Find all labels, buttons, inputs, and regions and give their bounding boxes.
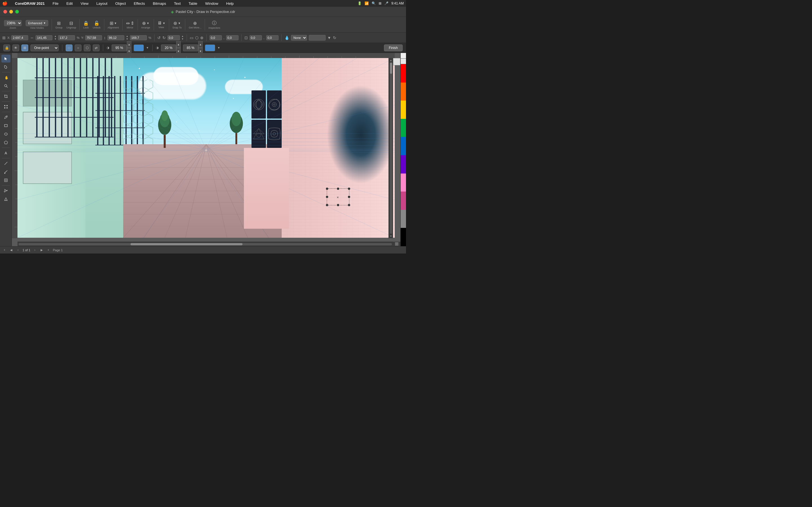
zoom-fit-icon[interactable] (393, 242, 400, 246)
tb2-refresh-icon[interactable]: ↻ (333, 36, 336, 40)
skew-y-input[interactable] (226, 35, 239, 40)
shape-tool[interactable] (1, 176, 10, 184)
mirror-h-icon[interactable]: ⇔ (126, 20, 130, 26)
alignment-icon[interactable]: ⊞ (110, 20, 113, 26)
next-page-button[interactable]: ▶ (40, 248, 44, 252)
pt-plane-circle-icon[interactable]: ○ (75, 45, 82, 51)
opacity-pct-stepper[interactable]: ▲ ▼ (161, 41, 181, 55)
grid-pct-stepper[interactable]: ▲ ▼ (112, 41, 132, 55)
maximize-button[interactable] (15, 10, 19, 13)
pos-y2-input[interactable] (266, 35, 278, 40)
white-swatch-corner[interactable] (393, 58, 400, 65)
scroll-down-button[interactable]: ▼ (389, 234, 393, 238)
snap-icon[interactable]: ⊛ (173, 20, 177, 26)
height2-input[interactable] (130, 35, 147, 40)
menu-view[interactable]: View (79, 1, 90, 6)
menu-table[interactable]: Table (187, 1, 199, 6)
handle-top-left[interactable] (326, 187, 328, 190)
mirror-v-icon[interactable]: ⇕ (131, 20, 134, 26)
palette-magenta[interactable] (401, 191, 406, 210)
width-up-icon[interactable]: ▲ (54, 35, 56, 38)
group-icon[interactable]: ⊞ (57, 20, 61, 26)
width-input[interactable] (36, 35, 52, 40)
h-scrollbar-thumb[interactable] (131, 243, 243, 245)
h-scrollbar-track[interactable] (18, 243, 392, 245)
horizon-pct-up[interactable]: ▲ (198, 41, 203, 48)
x-input[interactable] (11, 35, 28, 40)
zoom-tool[interactable] (1, 82, 10, 90)
palette-red[interactable] (401, 64, 406, 82)
eyedrop-icon[interactable]: 💧 (285, 36, 289, 40)
height-up-icon[interactable]: ▲ (126, 35, 128, 38)
menu-help[interactable]: Help (224, 1, 236, 6)
shape-icon-1[interactable]: ▭ (190, 36, 193, 40)
scrollbar-thumb[interactable] (390, 62, 392, 74)
pt-plane-hex-icon[interactable]: ⬡ (84, 45, 91, 51)
rotation-down-icon[interactable]: ▼ (182, 38, 184, 40)
palette-black[interactable] (401, 228, 406, 246)
pan-tool[interactable]: ✋ (1, 73, 10, 81)
select-tool[interactable] (1, 55, 10, 62)
palette-gray[interactable] (401, 210, 406, 228)
horizon-color-arrow[interactable]: ▼ (217, 46, 220, 49)
close-button[interactable] (3, 10, 7, 13)
color-dropdown[interactable]: None (291, 35, 307, 41)
menu-object[interactable]: Object (114, 1, 128, 6)
fill-tool[interactable] (1, 187, 10, 194)
lock-icon[interactable]: 🔒 (83, 20, 89, 26)
node-tool[interactable] (1, 103, 10, 111)
add-page-button[interactable]: + (2, 248, 7, 252)
zoom-dropdown[interactable]: 236% 100% 200% (4, 20, 22, 26)
ungroup-icon[interactable]: ⊟ (69, 20, 73, 26)
handle-top-mid[interactable] (337, 187, 339, 190)
rotation-up-icon[interactable]: ▲ (182, 35, 184, 38)
shape-icon-2[interactable]: ⬡ (195, 36, 199, 40)
perspective-mode-select[interactable]: One-point Two-point Three-point (31, 45, 59, 51)
tb2-dropdown-icon[interactable]: ▼ (327, 36, 331, 40)
canvas-page[interactable]: ✦ ✦ ✦ ✦ ✦ ✦ ✦ ✦ (17, 58, 395, 238)
palette-yellow[interactable] (401, 101, 406, 119)
opacity-pct-up[interactable]: ▲ (176, 41, 181, 48)
width-stepper[interactable]: ▲ ▼ (54, 35, 56, 40)
width2-input[interactable] (58, 35, 75, 40)
y-input[interactable] (85, 35, 102, 40)
rect-tool[interactable] (1, 122, 10, 129)
palette-white[interactable] (401, 59, 406, 64)
pen-tool[interactable] (1, 113, 10, 121)
fill-color-swatch[interactable] (309, 35, 326, 41)
selection-handles[interactable]: × (327, 188, 349, 205)
rotate-cw-icon[interactable]: ↻ (162, 36, 166, 40)
palette-no-fill[interactable] (401, 53, 406, 59)
pt-plane-square-icon[interactable]: □ (66, 45, 72, 51)
canvas-area[interactable]: ✦ ✦ ✦ ✦ ✦ ✦ ✦ ✦ (12, 53, 400, 246)
shape-icon-3[interactable]: ⊕ (200, 36, 204, 40)
polygon-tool[interactable] (1, 138, 10, 147)
siri-icon[interactable]: 🎤 (384, 1, 389, 5)
add-page-end-button[interactable]: + (46, 248, 51, 252)
finish-button[interactable]: Finish (384, 45, 403, 51)
app-name[interactable]: CorelDRAW 2021 (13, 1, 46, 6)
skew-x-input[interactable] (209, 35, 222, 40)
menu-edit[interactable]: Edit (64, 1, 74, 6)
height-down-icon[interactable]: ▼ (126, 38, 128, 40)
line-tool[interactable] (1, 159, 10, 167)
view-icon[interactable]: 🖥 (157, 20, 162, 25)
apple-menu[interactable]: 🍎 (2, 1, 8, 6)
search-icon[interactable]: 🔍 (371, 1, 376, 5)
rotate-icon[interactable]: ↺ (157, 36, 161, 40)
palette-green[interactable] (401, 119, 406, 137)
interactive-fill-tool[interactable] (1, 195, 10, 203)
pos-x2-input[interactable] (250, 35, 262, 40)
width-down-icon[interactable]: ▼ (54, 38, 56, 40)
grid-color-swatch[interactable] (134, 45, 144, 51)
menu-file[interactable]: File (51, 1, 60, 6)
control-center-icon[interactable]: ⊞ (378, 1, 382, 5)
height-stepper[interactable]: ▲ ▼ (126, 35, 128, 40)
menu-effects[interactable]: Effects (132, 1, 147, 6)
rotation-input[interactable] (167, 35, 180, 40)
menu-window[interactable]: Window (204, 1, 220, 6)
prev-page-step-button[interactable]: ‹ (16, 248, 20, 252)
height-input[interactable] (107, 35, 124, 40)
menu-text[interactable]: Text (172, 1, 183, 6)
unlock-icon[interactable]: 🔓 (94, 20, 100, 26)
